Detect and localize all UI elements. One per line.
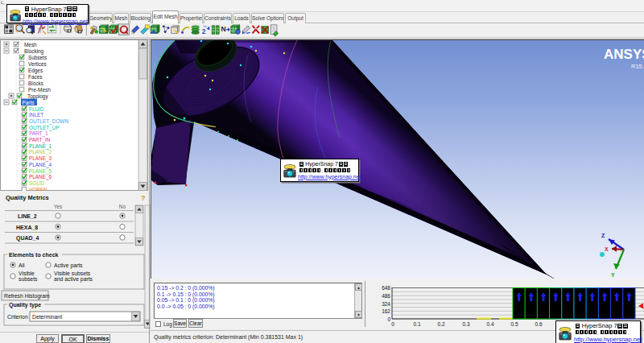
svg-text:0.3: 0.3 bbox=[462, 321, 469, 327]
svg-text:Y: Y bbox=[611, 272, 615, 278]
svg-text:Elements to check: Elements to check bbox=[9, 252, 59, 258]
svg-text:Criterion: Criterion bbox=[7, 314, 28, 320]
svg-text:0.5: 0.5 bbox=[510, 321, 518, 327]
svg-text:Faces: Faces bbox=[28, 74, 42, 80]
svg-text:FLUID: FLUID bbox=[29, 106, 44, 112]
svg-text:Yes: Yes bbox=[54, 204, 63, 209]
svg-text:0.2: 0.2 bbox=[437, 321, 444, 327]
svg-text:N: N bbox=[221, 25, 226, 33]
svg-text:Determinant: Determinant bbox=[32, 314, 62, 320]
svg-text:LINE_2: LINE_2 bbox=[18, 213, 37, 219]
svg-text:subsets: subsets bbox=[19, 276, 38, 282]
svg-text:162: 162 bbox=[382, 308, 390, 314]
svg-text:486: 486 bbox=[382, 293, 390, 299]
svg-text:Parts: Parts bbox=[23, 100, 35, 105]
svg-text:X: X bbox=[605, 246, 609, 252]
svg-text:Visible: Visible bbox=[19, 271, 35, 276]
svg-text:Subsets: Subsets bbox=[28, 55, 47, 60]
svg-text:0: 0 bbox=[391, 321, 394, 327]
svg-text:Active parts: Active parts bbox=[54, 262, 83, 269]
svg-text:0.1: 0.1 bbox=[413, 321, 420, 327]
svg-text:Blocking: Blocking bbox=[24, 48, 44, 55]
svg-text:Refresh Histogram: Refresh Histogram bbox=[4, 293, 50, 300]
svg-text:648: 648 bbox=[382, 285, 390, 291]
svg-text:Pre-Mesh: Pre-Mesh bbox=[28, 87, 51, 93]
svg-text:QUAD_4: QUAD_4 bbox=[16, 235, 39, 242]
svg-text:0: 0 bbox=[387, 316, 390, 322]
svg-text:Quality type: Quality type bbox=[9, 302, 41, 308]
svg-text:INLET: INLET bbox=[29, 112, 43, 118]
svg-text:No: No bbox=[119, 204, 126, 209]
svg-text:Quality Metrics: Quality Metrics bbox=[6, 194, 49, 201]
svg-text:0.6: 0.6 bbox=[535, 321, 542, 327]
svg-text:HEXA_8: HEXA_8 bbox=[16, 225, 38, 230]
svg-text:?: ? bbox=[141, 194, 146, 202]
svg-text:Mesh: Mesh bbox=[24, 42, 37, 48]
svg-text:Edges: Edges bbox=[28, 68, 43, 74]
svg-text:Vertices: Vertices bbox=[28, 61, 47, 67]
svg-text:Z: Z bbox=[601, 233, 605, 238]
svg-text:Visible subsets: Visible subsets bbox=[54, 271, 91, 276]
svg-text:0.4: 0.4 bbox=[486, 321, 493, 327]
svg-text:324: 324 bbox=[382, 301, 390, 307]
svg-text:All: All bbox=[19, 262, 25, 268]
svg-text:Topology: Topology bbox=[27, 93, 48, 100]
svg-text:and active parts: and active parts bbox=[54, 276, 93, 283]
svg-text:2: 2 bbox=[202, 27, 206, 35]
svg-text:SOLID: SOLID bbox=[29, 180, 45, 186]
svg-text:Blocks: Blocks bbox=[28, 81, 43, 86]
